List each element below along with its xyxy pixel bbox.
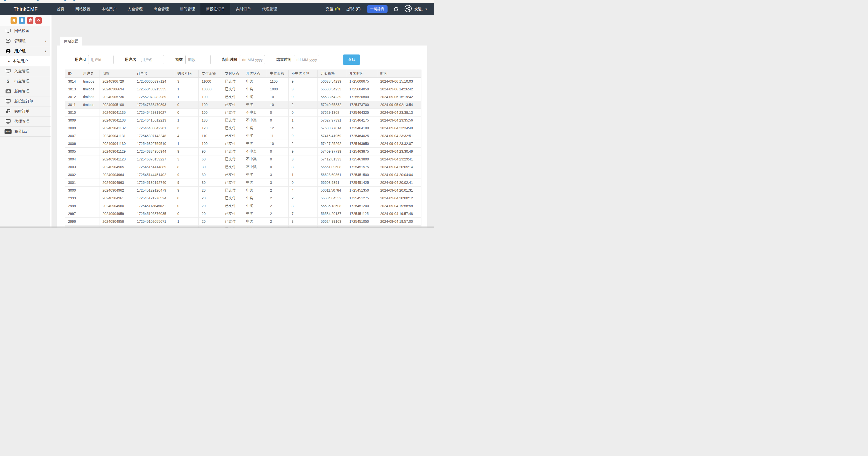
sidebar-item-label: 新投注订单 [14, 99, 33, 104]
refresh-icon[interactable] [394, 7, 398, 11]
form-input[interactable] [138, 55, 164, 64]
sidebar-item[interactable]: 入金管理 [0, 66, 51, 76]
bookmark-icon [73, 0, 75, 1]
table-row: 3012timibbs20240905736172552078282989110… [65, 93, 422, 101]
sidebar-item-label: 积分统计 [14, 129, 29, 134]
table-header-cell: 时间 [377, 70, 422, 77]
nav-item[interactable]: 实时订单 [230, 3, 256, 15]
nav-item[interactable]: 新投注订单 [200, 3, 230, 15]
sidebar-item-label: 管理组 [14, 39, 26, 43]
table-header-cell: 用户名 [80, 70, 99, 77]
table-header-cell: 支付状态 [222, 70, 243, 77]
nav-item[interactable]: 网站设置 [70, 3, 96, 15]
sidebar-item[interactable]: 新投注订单 [0, 96, 51, 106]
form-group: 起止时间 [222, 55, 265, 64]
sidebar-item[interactable]: 用户组 › [0, 46, 51, 56]
form-label: 用户名 [125, 57, 136, 62]
content-panel: 用户id 用户名 期数 起止时间 [57, 45, 427, 228]
table-row: 30062024090411301725463927595101100已支付中奖… [65, 140, 422, 148]
withdraw-count: (0) [355, 7, 361, 11]
table-row: 30072024090411311725463971432484110已支付中奖… [65, 132, 422, 140]
table-row: 3004202409041128172546378159227360已支付不中奖… [65, 156, 422, 163]
top-navbar: ThinkCMF 首页 网站设置 本站用户 入金管理 出金管理 新闻管理 新投注… [0, 3, 434, 15]
tab-site-settings[interactable]: 网站设置 [60, 37, 82, 45]
brand-logo[interactable]: ThinkCMF [0, 3, 51, 15]
sidebar-item[interactable]: $ 出金管理 [0, 76, 51, 86]
table-header-cell: 开奖时间 [346, 70, 377, 77]
table-header-cell: 中奖金额 [267, 70, 288, 77]
form-input[interactable] [185, 55, 211, 64]
sidebar-item-label: 本站用户 [13, 59, 28, 64]
table-row: 299620240904958172545102055671120已支付中奖23… [65, 218, 422, 226]
table-row: 3011timibbs20240905108172547363470893010… [65, 101, 422, 109]
table-header-cell: 开奖价格 [318, 70, 346, 77]
main-content: 网站设置 用户id 用户名 期数 起止时间 [51, 15, 434, 228]
form-input[interactable] [240, 55, 265, 64]
nav-menu: 首页 网站设置 本站用户 入金管理 出金管理 新闻管理 新投注订单 实时订单 代… [51, 3, 283, 15]
horizontal-scrollbar[interactable] [0, 227, 434, 228]
nav-item[interactable]: 新闻管理 [174, 3, 200, 15]
table-row: 300120240904963172545136192740930已支付中奖30… [65, 179, 422, 187]
sidebar-item[interactable]: 实时订单 [0, 106, 51, 117]
withdraw-counter[interactable]: 提现 (0) [346, 6, 361, 12]
tab-bar: 网站设置 [57, 37, 427, 45]
sidebar-item-label: 新闻管理 [14, 89, 29, 94]
user-menu[interactable]: 欢迎, ▼ [404, 5, 428, 13]
table-header-cell: 购买号码 [174, 70, 199, 77]
table-row: 30092024090411331725464156122131130已支付不中… [65, 117, 422, 124]
nav-item[interactable]: 入金管理 [122, 3, 148, 15]
table-row: 299720240904959172545106876035020已支付中奖27… [65, 210, 422, 218]
toolbar-button[interactable] [19, 17, 25, 24]
form-group: 结束时间 [276, 55, 319, 64]
sidebar-menu: 网站设置 管理组 › 用户组 › ▸ 本站用户 [0, 26, 51, 137]
table-row: 299920240904961172545121276924020已支付中奖22… [65, 194, 422, 202]
mute-all-button[interactable]: 一键静音 [367, 5, 388, 13]
toolbar-button[interactable]: ♻ [35, 17, 42, 24]
table-row: 30082024090411321725464080422816120已支付中奖… [65, 124, 422, 132]
table-header-cell: 不中奖号码 [288, 70, 318, 77]
table-header-cell: 开奖状态 [243, 70, 267, 77]
form-label: 结束时间 [276, 57, 291, 62]
nav-item[interactable]: 出金管理 [148, 3, 174, 15]
bookmark-icon [3, 0, 6, 1]
chevron-right-icon: › [45, 39, 46, 44]
browser-bookmarks-strip [0, 0, 434, 3]
sidebar-item-label: 代理管理 [14, 119, 29, 124]
sidebar-item-label: 入金管理 [14, 69, 29, 73]
form-input[interactable] [294, 55, 319, 64]
recharge-count: (0) [335, 7, 340, 11]
toolbar-button[interactable] [27, 17, 33, 24]
nav-item[interactable]: 本站用户 [96, 3, 122, 15]
recharge-counter[interactable]: 充值 (0) [326, 6, 340, 12]
sidebar-item[interactable]: ▸ 本站用户 [0, 56, 51, 66]
sidebar-item-label: 用户组 [14, 49, 26, 54]
form-group: 用户id [75, 55, 114, 64]
table-row: 299820240904960172545113845021020已支付中奖28… [65, 202, 422, 210]
nav-item[interactable]: 代理管理 [256, 3, 283, 15]
sidebar: ♻ 网站设置 管理组 › 用户组 › ▸ 本站用户 [0, 15, 51, 228]
welcome-label: 欢迎, [414, 7, 423, 11]
form-input[interactable] [88, 55, 114, 64]
table-row: 300320240904965172545151414889830已支付不中奖0… [65, 163, 422, 171]
table-header-cell: ID [65, 70, 80, 77]
nav-item[interactable]: 首页 [51, 3, 70, 15]
table-header: ID 用户名 期数 订单号 购买号码 支付金额 支付状态 开奖状态 [65, 70, 422, 77]
sidebar-item[interactable]: 新闻管理 [0, 86, 51, 96]
form-label: 起止时间 [222, 57, 237, 62]
search-button[interactable]: 查找 [343, 55, 360, 65]
sidebar-item[interactable]: 代理管理 [0, 117, 51, 127]
table-row: 3014timibbs20240906729172560660397124311… [65, 77, 422, 86]
sidebar-toolbar: ♻ [0, 15, 51, 26]
table-row: 3013timibbs20240906694172560400219935110… [65, 86, 422, 93]
table-header-cell: 订单号 [134, 70, 174, 77]
sidebar-item[interactable]: 管理组 › [0, 36, 51, 46]
sidebar-item[interactable]: VISA 积分统计 [0, 127, 51, 137]
table-row: 30102024090411351725464293190270100已支付不中… [65, 109, 422, 117]
toolbar-button[interactable] [10, 17, 17, 24]
orders-table-body: 3014timibbs20240906729172560660397124311… [65, 77, 422, 228]
sidebar-item[interactable]: 网站设置 [0, 26, 51, 36]
search-form: 用户id 用户名 期数 起止时间 [75, 55, 427, 65]
table-row: 3005202409041129172546384956944990已支付不中奖… [65, 148, 422, 156]
table-header-cell: 期数 [99, 70, 134, 77]
avatar [404, 5, 412, 13]
